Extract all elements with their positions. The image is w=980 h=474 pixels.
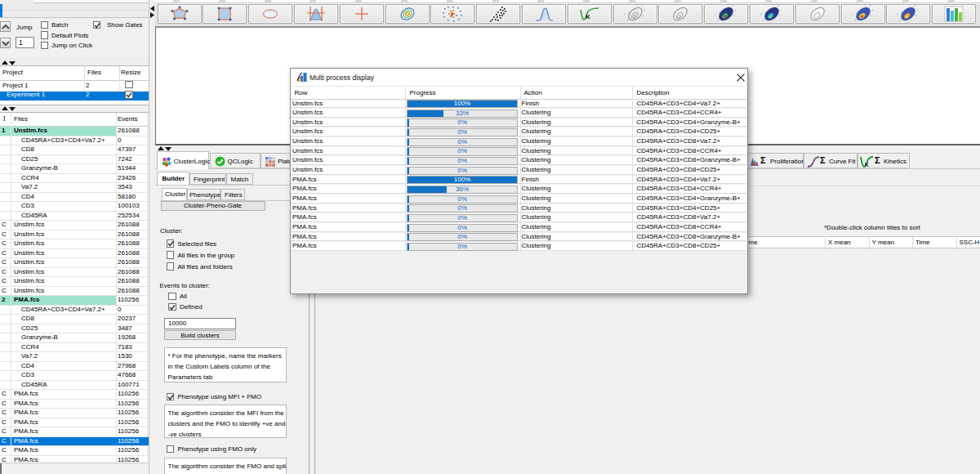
svg-text:K: K (865, 162, 869, 168)
svg-text:K: K (586, 13, 590, 20)
